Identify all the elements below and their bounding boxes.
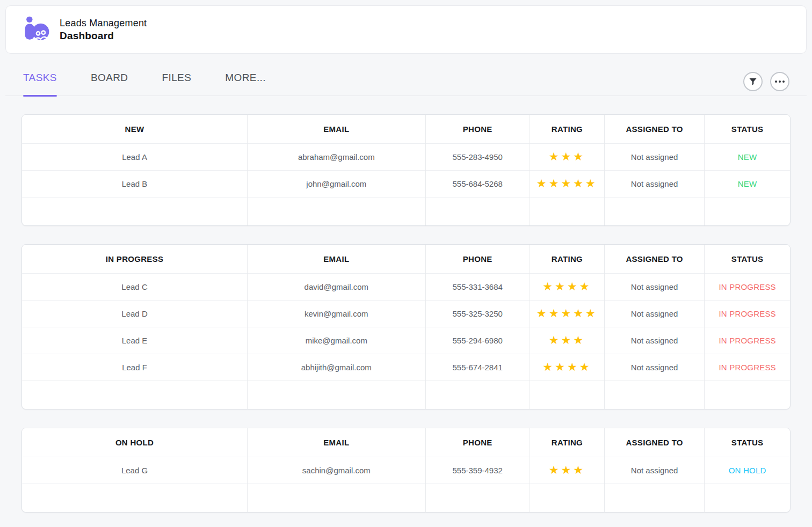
column-header-phone: PHONE — [425, 245, 530, 273]
empty-cell — [705, 197, 790, 225]
lead-email[interactable]: abhijith@gmail.com — [248, 354, 425, 380]
tab-actions — [743, 72, 807, 91]
lead-assigned-to[interactable]: Not assigned — [604, 143, 704, 170]
lead-rating-stars[interactable]: ★★★ — [530, 327, 604, 354]
empty-row — [22, 197, 790, 225]
column-header-status: STATUS — [705, 428, 790, 457]
column-header-status: STATUS — [705, 245, 790, 273]
lead-assigned-to[interactable]: Not assigned — [604, 354, 704, 380]
lead-assigned-to[interactable]: Not assigned — [604, 273, 704, 300]
empty-cell — [22, 484, 248, 512]
empty-row — [22, 380, 790, 409]
table-header-row: NEW EMAIL PHONE RATING ASSIGNED TO STATU… — [22, 115, 790, 143]
lead-status[interactable]: NEW — [705, 143, 790, 170]
column-header-group: IN PROGRESS — [22, 245, 248, 273]
funnel-icon — [748, 77, 758, 86]
column-header-email: EMAIL — [248, 428, 425, 457]
lead-name[interactable]: Lead F — [22, 354, 248, 380]
empty-cell — [248, 197, 425, 225]
empty-cell — [248, 484, 425, 512]
lead-rating-stars[interactable]: ★★★★ — [530, 354, 604, 380]
table-row[interactable]: Lead B john@gmail.com 555-684-5268 ★★★★★… — [22, 170, 790, 197]
lead-phone[interactable]: 555-674-2841 — [425, 354, 530, 380]
empty-cell — [248, 380, 425, 409]
lead-phone[interactable]: 555-294-6980 — [425, 327, 530, 354]
empty-cell — [530, 197, 604, 225]
tab-board[interactable]: BOARD — [91, 72, 128, 96]
column-header-phone: PHONE — [425, 428, 530, 457]
table-header-row: IN PROGRESS EMAIL PHONE RATING ASSIGNED … — [22, 245, 790, 273]
column-header-rating: RATING — [530, 115, 604, 143]
leads-table-in-progress: IN PROGRESS EMAIL PHONE RATING ASSIGNED … — [21, 244, 791, 409]
lead-status[interactable]: IN PROGRESS — [705, 354, 790, 380]
lead-assigned-to[interactable]: Not assigned — [604, 327, 704, 354]
table-row[interactable]: Lead D kevin@gmail.com 555-325-3250 ★★★★… — [22, 300, 790, 327]
more-options-button[interactable] — [770, 72, 789, 91]
empty-cell — [604, 484, 704, 512]
lead-status[interactable]: ON HOLD — [705, 457, 790, 484]
lead-email[interactable]: david@gmail.com — [248, 273, 425, 300]
table-row[interactable]: Lead E mike@gmail.com 555-294-6980 ★★★ N… — [22, 327, 790, 354]
app-header: Leads Management Dashboard — [5, 5, 807, 54]
lead-assigned-to[interactable]: Not assigned — [604, 300, 704, 327]
column-header-phone: PHONE — [425, 115, 530, 143]
column-header-email: EMAIL — [248, 245, 425, 273]
empty-cell — [530, 380, 604, 409]
lead-name[interactable]: Lead C — [22, 273, 248, 300]
lead-email[interactable]: mike@gmail.com — [248, 327, 425, 354]
empty-cell — [604, 380, 704, 409]
lead-rating-stars[interactable]: ★★★ — [530, 143, 604, 170]
lead-status[interactable]: IN PROGRESS — [705, 300, 790, 327]
lead-phone[interactable]: 555-331-3684 — [425, 273, 530, 300]
lead-name[interactable]: Lead B — [22, 170, 248, 197]
tab-bar: TASKS BOARD FILES MORE... — [5, 54, 807, 96]
lead-name[interactable]: Lead A — [22, 143, 248, 170]
lead-rating-stars[interactable]: ★★★ — [530, 457, 604, 484]
lead-name[interactable]: Lead D — [22, 300, 248, 327]
app-title: Leads Management Dashboard — [60, 18, 147, 42]
filter-button[interactable] — [743, 72, 763, 91]
lead-rating-stars[interactable]: ★★★★★ — [530, 170, 604, 197]
empty-cell — [22, 380, 248, 409]
table-header-row: ON HOLD EMAIL PHONE RATING ASSIGNED TO S… — [22, 428, 790, 457]
lead-status[interactable]: IN PROGRESS — [705, 273, 790, 300]
column-header-email: EMAIL — [248, 115, 425, 143]
leads-table-on-hold: ON HOLD EMAIL PHONE RATING ASSIGNED TO S… — [21, 428, 791, 513]
empty-cell — [425, 197, 530, 225]
lead-name[interactable]: Lead E — [22, 327, 248, 354]
table-row[interactable]: Lead F abhijith@gmail.com 555-674-2841 ★… — [22, 354, 790, 380]
lead-email[interactable]: kevin@gmail.com — [248, 300, 425, 327]
lead-status[interactable]: NEW — [705, 170, 790, 197]
leads-table-new: NEW EMAIL PHONE RATING ASSIGNED TO STATU… — [21, 114, 791, 226]
lead-assigned-to[interactable]: Not assigned — [604, 170, 704, 197]
column-header-rating: RATING — [530, 428, 604, 457]
empty-cell — [705, 484, 790, 512]
lead-assigned-to[interactable]: Not assigned — [604, 457, 704, 484]
table-row[interactable]: Lead A abraham@gmail.com 555-283-4950 ★★… — [22, 143, 790, 170]
lead-name[interactable]: Lead G — [22, 457, 248, 484]
column-header-assigned: ASSIGNED TO — [604, 115, 704, 143]
app-title-line2: Dashboard — [60, 30, 147, 42]
tab-files[interactable]: FILES — [162, 72, 191, 96]
lead-email[interactable]: john@gmail.com — [248, 170, 425, 197]
tab-tasks[interactable]: TASKS — [23, 72, 57, 96]
lead-rating-stars[interactable]: ★★★★ — [530, 273, 604, 300]
ellipsis-icon — [775, 80, 785, 83]
column-header-group: NEW — [22, 115, 248, 143]
column-header-assigned: ASSIGNED TO — [604, 245, 704, 273]
lead-rating-stars[interactable]: ★★★★★ — [530, 300, 604, 327]
lead-phone[interactable]: 555-359-4932 — [425, 457, 530, 484]
empty-cell — [530, 484, 604, 512]
lead-status[interactable]: IN PROGRESS — [705, 327, 790, 354]
lead-phone[interactable]: 555-325-3250 — [425, 300, 530, 327]
tab-more[interactable]: MORE... — [225, 72, 266, 96]
lead-phone[interactable]: 555-283-4950 — [425, 143, 530, 170]
lead-phone[interactable]: 555-684-5268 — [425, 170, 530, 197]
column-header-status: STATUS — [705, 115, 790, 143]
lead-email[interactable]: sachin@gmail.com — [248, 457, 425, 484]
people-group-icon — [22, 16, 50, 43]
lead-email[interactable]: abraham@gmail.com — [248, 143, 425, 170]
empty-cell — [425, 484, 530, 512]
table-row[interactable]: Lead C david@gmail.com 555-331-3684 ★★★★… — [22, 273, 790, 300]
table-row[interactable]: Lead G sachin@gmail.com 555-359-4932 ★★★… — [22, 457, 790, 484]
